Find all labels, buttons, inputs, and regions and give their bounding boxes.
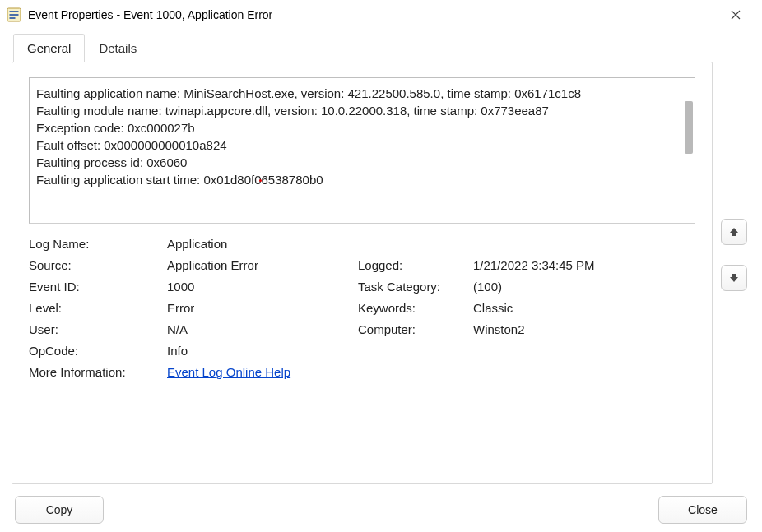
dialog-body: General Details Faulting application nam…: [0, 30, 762, 532]
event-description-line: Faulting process id: 0x6060: [36, 154, 686, 171]
arrow-up-icon: [727, 225, 741, 238]
log-name-label: Log Name:: [29, 237, 167, 251]
window-close-button[interactable]: [718, 2, 754, 27]
logged-value: 1/21/2022 3:34:45 PM: [473, 258, 695, 272]
task-category-label: Task Category:: [358, 280, 473, 294]
svg-rect-1: [10, 11, 19, 12]
event-description-line: Faulting application start time: 0x01d80…: [36, 171, 686, 188]
svg-rect-2: [10, 14, 19, 16]
opcode-label: OpCode:: [29, 344, 167, 358]
svg-rect-3: [10, 17, 16, 19]
keywords-label: Keywords:: [358, 301, 473, 315]
arrow-down-icon: [727, 271, 741, 285]
event-description-box[interactable]: Faulting application name: MiniSearchHos…: [29, 77, 695, 224]
keywords-value: Classic: [473, 301, 695, 315]
event-id-value: 1000: [167, 280, 358, 294]
event-description-line: Fault offset: 0x000000000010a824: [36, 136, 686, 154]
source-value: Application Error: [167, 258, 358, 272]
scrollbar-thumb[interactable]: [685, 101, 693, 154]
close-icon: [731, 10, 741, 20]
more-information-label: More Information:: [29, 365, 167, 379]
titlebar: Event Properties - Event 1000, Applicati…: [0, 0, 762, 30]
user-value: N/A: [167, 322, 358, 336]
caret-marker: [259, 179, 262, 182]
user-label: User:: [29, 322, 167, 336]
tab-strip: General Details: [12, 33, 713, 62]
event-description-line: Faulting application name: MiniSearchHos…: [36, 85, 686, 102]
log-name-value: Application: [167, 237, 695, 251]
description-scrollbar[interactable]: [680, 80, 693, 221]
close-button[interactable]: Close: [658, 496, 747, 524]
tab-content-general: Faulting application name: MiniSearchHos…: [12, 62, 713, 484]
event-description-line: Exception code: 0xc000027b: [36, 119, 686, 136]
event-log-icon: [7, 7, 21, 22]
record-nav-buttons: [721, 33, 750, 484]
logged-label: Logged:: [358, 258, 473, 272]
dialog-footer: Copy Close: [12, 484, 750, 524]
event-id-label: Event ID:: [29, 280, 167, 294]
event-description-text: Faulting application name: MiniSearchHos…: [36, 85, 686, 188]
computer-label: Computer:: [358, 322, 473, 336]
source-label: Source:: [29, 258, 167, 272]
event-log-online-help-link[interactable]: Event Log Online Help: [167, 365, 290, 379]
computer-value: Winston2: [473, 322, 695, 336]
main-row: General Details Faulting application nam…: [12, 33, 750, 484]
tab-general[interactable]: General: [13, 34, 85, 62]
previous-event-button[interactable]: [721, 219, 747, 245]
level-label: Level:: [29, 301, 167, 315]
event-properties-window: Event Properties - Event 1000, Applicati…: [0, 0, 762, 532]
more-information-value: Event Log Online Help: [167, 365, 695, 379]
opcode-value: Info: [167, 344, 695, 358]
copy-button[interactable]: Copy: [15, 496, 104, 524]
tab-panel: General Details Faulting application nam…: [12, 33, 713, 484]
next-event-button[interactable]: [721, 265, 747, 291]
tab-details[interactable]: Details: [85, 34, 151, 62]
event-properties-grid: Log Name: Application Source: Applicatio…: [29, 237, 695, 379]
level-value: Error: [167, 301, 358, 315]
event-description-line: Faulting module name: twinapi.appcore.dl…: [36, 102, 686, 119]
task-category-value: (100): [473, 280, 695, 294]
window-title: Event Properties - Event 1000, Applicati…: [28, 8, 718, 21]
